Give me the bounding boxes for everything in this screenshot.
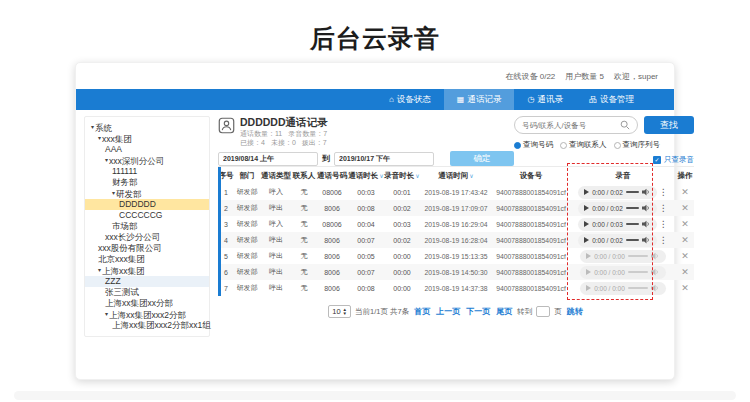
- tree-item-label: 市场部: [112, 221, 138, 231]
- speaker-icon[interactable]: [642, 204, 651, 212]
- speaker-icon[interactable]: [642, 188, 651, 196]
- next-page-link[interactable]: 下一页: [466, 306, 490, 317]
- play-icon[interactable]: [586, 285, 591, 291]
- audio-player[interactable]: 0:00 / 0:02: [578, 234, 657, 247]
- audio-slider[interactable]: [626, 223, 639, 226]
- play-icon[interactable]: [586, 269, 591, 275]
- page-title: 后台云录音: [0, 22, 750, 55]
- tab-contacts[interactable]: ◷通讯录: [514, 89, 575, 110]
- tree-item[interactable]: 张三测试: [85, 287, 209, 298]
- date-to-input[interactable]: [334, 152, 434, 166]
- page-size-select[interactable]: 10 ▲▼: [328, 305, 351, 318]
- audio-slider[interactable]: [628, 287, 648, 289]
- audio-slider[interactable]: [626, 191, 639, 194]
- jump-link[interactable]: 跳转: [567, 306, 583, 317]
- speaker-icon[interactable]: [651, 252, 660, 260]
- delete-icon[interactable]: ✕: [681, 203, 689, 213]
- tree-item[interactable]: 上海xx集团xx分部: [85, 298, 209, 309]
- expander-icon[interactable]: ▾: [98, 267, 101, 273]
- expander-icon[interactable]: ▾: [98, 135, 101, 141]
- column-header[interactable]: 录音时长∨: [384, 171, 420, 181]
- expander-icon[interactable]: ▾: [105, 157, 108, 163]
- column-header[interactable]: 通话时间∨: [420, 171, 492, 181]
- expander-icon[interactable]: ▾: [105, 311, 108, 317]
- speaker-icon[interactable]: [642, 220, 651, 228]
- tree-item[interactable]: 财务部: [85, 177, 209, 188]
- radio-option-2[interactable]: 查询序列号: [614, 140, 661, 150]
- find-button[interactable]: 查找: [644, 116, 694, 134]
- audio-player[interactable]: 0:00 / 0:02: [578, 202, 657, 215]
- tree-item[interactable]: ▾研发部: [85, 188, 209, 199]
- audio-menu-icon[interactable]: ⋮: [659, 188, 668, 197]
- delete-icon[interactable]: ✕: [681, 187, 689, 197]
- tree-item[interactable]: CCCCCCG: [85, 210, 209, 221]
- cell-duration: 00:08: [348, 285, 384, 292]
- tree-item[interactable]: 北京xxx集团: [85, 254, 209, 265]
- delete-icon[interactable]: ✕: [681, 251, 689, 261]
- tree-item[interactable]: AAA: [85, 144, 209, 155]
- audio-menu-icon[interactable]: ⋮: [659, 220, 668, 229]
- delete-icon[interactable]: ✕: [681, 283, 689, 293]
- background-strip: [14, 391, 736, 400]
- speaker-icon[interactable]: [651, 284, 660, 292]
- last-page-link[interactable]: 尾页: [496, 306, 512, 317]
- tab-device-status[interactable]: ⌂设备状态: [376, 89, 444, 110]
- tree-item[interactable]: ▾上海xx集团: [85, 265, 209, 276]
- search-input[interactable]: [522, 121, 620, 130]
- tab-device-manage[interactable]: 品设备管理: [576, 89, 647, 110]
- play-icon[interactable]: [584, 205, 589, 211]
- audio-menu-icon[interactable]: ⋮: [659, 204, 668, 213]
- audio-player[interactable]: 0:00 / 0:00: [580, 282, 666, 295]
- radio-option-1[interactable]: 查询联系人: [560, 140, 607, 150]
- cell-dept: 研发部: [234, 251, 260, 261]
- audio-time: 0:00 / 0:02: [592, 237, 623, 244]
- audio-slider[interactable]: [626, 207, 639, 210]
- tree-item[interactable]: xxx长沙分公司: [85, 232, 209, 243]
- delete-icon[interactable]: ✕: [681, 267, 689, 277]
- records-only-label: 只查录音: [664, 155, 694, 165]
- tree-item[interactable]: 市场部: [85, 221, 209, 232]
- search-icon[interactable]: [620, 120, 630, 130]
- audio-player[interactable]: 0:00 / 0:00: [580, 266, 666, 279]
- column-header[interactable]: 通话时长∨: [348, 171, 384, 181]
- play-icon[interactable]: [586, 253, 591, 259]
- audio-menu-icon[interactable]: ⋮: [659, 236, 668, 245]
- records-only-checkbox[interactable]: ✓ 只查录音: [514, 155, 694, 165]
- tree-item[interactable]: xxx股份有限公司: [85, 243, 209, 254]
- audio-slider[interactable]: [628, 255, 648, 257]
- tab-call-records[interactable]: ▦通话记录: [444, 89, 515, 110]
- play-icon[interactable]: [584, 221, 589, 227]
- tree-item[interactable]: 111111: [85, 166, 209, 177]
- expander-icon[interactable]: ▾: [91, 124, 94, 130]
- audio-player[interactable]: 0:00 / 0:02: [578, 186, 657, 199]
- date-from-input[interactable]: [218, 152, 318, 166]
- tree-item[interactable]: DDDDDD: [85, 199, 209, 210]
- page-jump-input[interactable]: [536, 306, 550, 317]
- tree-item[interactable]: ▾系统: [85, 122, 209, 133]
- delete-icon[interactable]: ✕: [681, 235, 689, 245]
- speaker-icon[interactable]: [651, 268, 660, 276]
- table-row: 5研发部呼出无800600:0500:002019-08-19 15:13:35…: [218, 248, 694, 264]
- expander-icon[interactable]: ▾: [112, 190, 115, 196]
- tree-item[interactable]: ZZZ: [85, 276, 209, 287]
- audio-player[interactable]: 0:00 / 0:00: [580, 250, 666, 263]
- column-label: 操作: [678, 171, 693, 181]
- play-icon[interactable]: [584, 189, 589, 195]
- speaker-icon[interactable]: [642, 236, 651, 244]
- audio-player[interactable]: 0:00 / 0:03: [578, 218, 657, 231]
- audio-slider[interactable]: [626, 239, 639, 242]
- prev-page-link[interactable]: 上一页: [436, 306, 460, 317]
- first-page-link[interactable]: 首页: [414, 306, 430, 317]
- cell-device: 94007888001854091cf: [492, 189, 570, 196]
- tree-item[interactable]: ▾xxx深圳分公司: [85, 155, 209, 166]
- audio-slider[interactable]: [628, 271, 648, 273]
- delete-icon[interactable]: ✕: [681, 219, 689, 229]
- radio-option-0[interactable]: 查询号码: [514, 140, 553, 150]
- confirm-button[interactable]: 确定: [450, 151, 514, 166]
- play-icon[interactable]: [584, 237, 589, 243]
- tree-item[interactable]: ▾xxx集团: [85, 133, 209, 144]
- tree-item[interactable]: ▾上海xx集团xxx2分部: [85, 309, 209, 320]
- tree-item[interactable]: 上海xx集团xxx2分部xx1组: [85, 320, 209, 331]
- radio-label: 查询联系人: [569, 140, 607, 150]
- cell-contact: 无: [292, 203, 316, 213]
